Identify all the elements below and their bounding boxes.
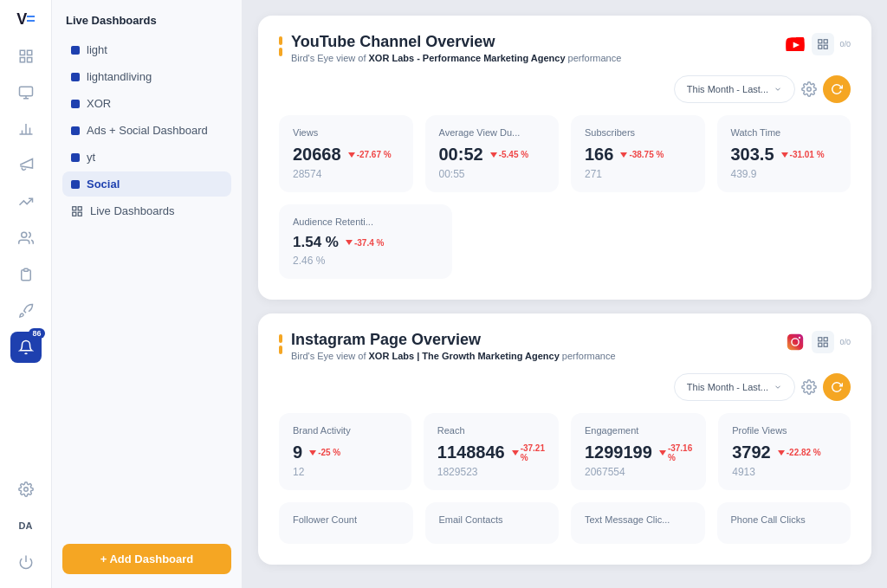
instagram-refresh-button[interactable] [823, 373, 851, 401]
sidebar-item-lightandliving[interactable]: lightandliving [62, 64, 231, 89]
svg-rect-27 [819, 338, 822, 341]
metric-phone-call-label: Phone Call Clicks [731, 514, 838, 525]
youtube-title-text: YouTube Channel Overview Bird's Eye view… [291, 33, 621, 63]
metric-profile-views-prev: 4913 [732, 466, 837, 478]
metric-engagement-prev: 2067554 [585, 466, 692, 478]
chart-bar-icon[interactable] [10, 113, 42, 145]
metric-views-prev: 28574 [293, 168, 399, 180]
stripe-line-1 [279, 36, 282, 45]
sidebar-item-light[interactable]: light [62, 37, 231, 62]
metric-views-current-row: 20668 -27.67 % [293, 145, 399, 165]
metric-reach: Reach 1148846 -37.21 % 1829523 [424, 413, 559, 490]
sidebar-label-light: light [87, 43, 107, 56]
youtube-date-filter-label: This Month - Last... [687, 84, 768, 94]
instagram-dashboard-card: Instagram Page Overview Bird's Eye view … [258, 313, 871, 565]
instagram-stripe-1 [279, 334, 282, 343]
svg-rect-24 [787, 334, 803, 350]
youtube-header-right: 0/0 [784, 33, 851, 55]
metric-avgview-value: 00:52 [439, 145, 483, 165]
metric-views-change: -27.67 % [348, 150, 392, 159]
icon-rail: V= [0, 0, 52, 588]
metric-subscribers-change: -38.75 % [620, 150, 664, 159]
cog-icon[interactable] [10, 474, 42, 505]
instagram-title-text: Instagram Page Overview Bird's Eye view … [291, 331, 616, 361]
instagram-title-block: Instagram Page Overview Bird's Eye view … [279, 331, 616, 361]
metric-engagement-change: -37.16 % [659, 443, 692, 462]
trending-icon[interactable] [10, 186, 42, 217]
sidebar: Live Dashboards light lightandliving XOR… [52, 0, 243, 588]
youtube-refresh-button[interactable] [823, 75, 851, 103]
metric-avgview-arrow [490, 152, 497, 158]
sidebar-label-social: Social [87, 178, 120, 191]
metric-audience-label: Audience Retenti... [293, 216, 438, 227]
metric-views-value: 20668 [293, 145, 341, 165]
metric-avgview-change: -5.45 % [490, 150, 528, 159]
metric-audience-prev: 2.46 % [293, 255, 438, 267]
metric-subscribers-arrow [620, 152, 627, 158]
metric-watchtime-arrow [781, 152, 788, 158]
youtube-grid-button[interactable] [812, 33, 834, 55]
sidebar-item-xor[interactable]: XOR [62, 91, 231, 116]
sidebar-label-xor: XOR [87, 97, 111, 110]
metric-text-msg-label: Text Message Clic... [585, 514, 691, 525]
metric-watchtime-label: Watch Time [731, 127, 838, 138]
youtube-settings-button[interactable] [795, 75, 823, 103]
svg-rect-4 [19, 87, 32, 96]
metric-avgview: Average View Du... 00:52 -5.45 % 00:55 [425, 115, 560, 192]
metric-email-contacts: Email Contacts [425, 502, 560, 544]
metric-profile-views-change: -22.82 % [778, 448, 821, 457]
youtube-dashboard-card: YouTube Channel Overview Bird's Eye view… [258, 16, 871, 300]
users-icon[interactable] [10, 223, 42, 254]
metric-audience-current-row: 1.54 % -37.4 % [293, 234, 438, 251]
youtube-stripe [279, 36, 282, 56]
metric-avgview-current-row: 00:52 -5.45 % [439, 145, 546, 165]
metric-reach-current-row: 1148846 -37.21 % [437, 443, 545, 462]
sidebar-dot-xor [71, 100, 80, 108]
metric-follower-count: Follower Count [279, 502, 413, 544]
app-logo: V= [16, 10, 35, 29]
da-button[interactable]: DA [10, 510, 42, 541]
gauge-icon[interactable] [10, 77, 42, 108]
add-dashboard-button[interactable]: + Add Dashboard [62, 544, 231, 574]
youtube-date-filter[interactable]: This Month - Last... [674, 75, 795, 103]
megaphone-icon[interactable] [10, 150, 42, 181]
instagram-settings-button[interactable] [795, 373, 823, 401]
metric-audience: Audience Retenti... 1.54 % -37.4 % 2.46 … [279, 204, 452, 279]
metric-engagement: Engagement 1299199 -37.16 % 2067554 [571, 413, 706, 490]
dashboard-icon[interactable] [10, 41, 42, 72]
svg-point-11 [21, 232, 26, 237]
instagram-date-filter[interactable]: This Month - Last... [674, 373, 795, 401]
power-icon[interactable] [10, 546, 42, 578]
sidebar-item-social[interactable]: Social [62, 171, 231, 197]
instagram-metrics-grid: Brand Activity 9 -25 % 12 Reach 1148846 [279, 413, 851, 490]
rocket-icon[interactable] [10, 295, 42, 326]
metric-engagement-current-row: 1299199 -37.16 % [585, 443, 692, 462]
metric-audience-change: -37.4 % [346, 238, 384, 248]
svg-rect-21 [819, 45, 822, 48]
svg-rect-15 [73, 206, 76, 210]
metric-profile-views-arrow [778, 450, 785, 456]
metric-views-label: Views [293, 127, 399, 138]
metric-reach-label: Reach [437, 425, 545, 436]
sidebar-item-ads[interactable]: Ads + Social Dashboard [62, 118, 231, 143]
main-content: YouTube Channel Overview Bird's Eye view… [243, 0, 887, 588]
clipboard-icon[interactable] [10, 259, 42, 290]
metric-brand-activity-current-row: 9 -25 % [293, 443, 398, 462]
youtube-title: YouTube Channel Overview [291, 33, 621, 51]
instagram-filter-row: This Month - Last... [279, 373, 851, 401]
sidebar-label-yt: yt [87, 151, 95, 164]
notification-icon[interactable]: 86 [10, 332, 42, 363]
instagram-grid-button[interactable] [812, 331, 834, 353]
sidebar-item-yt[interactable]: yt [62, 145, 231, 170]
instagram-date-filter-label: This Month - Last... [687, 382, 768, 392]
metric-reach-change: -37.21 % [512, 443, 545, 462]
svg-rect-18 [78, 212, 81, 216]
youtube-metrics-grid: Views 20668 -27.67 % 28574 Average View … [279, 115, 851, 192]
sidebar-item-livedashboards[interactable]: Live Dashboards [62, 198, 231, 223]
metric-watchtime: Watch Time 303.5 -31.01 % 439.9 [717, 115, 851, 192]
svg-rect-1 [27, 50, 31, 55]
metric-brand-activity-label: Brand Activity [293, 425, 398, 436]
metric-audience-arrow [346, 240, 353, 245]
sidebar-dot-light [71, 46, 80, 55]
sidebar-label-livedashboards: Live Dashboards [90, 204, 175, 217]
